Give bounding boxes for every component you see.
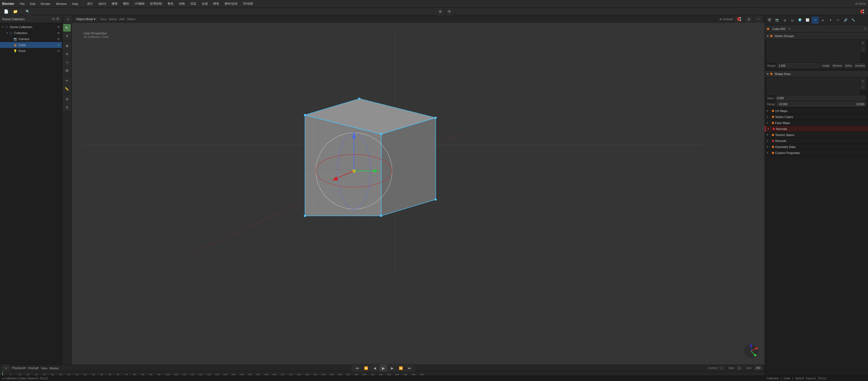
vg-select-btn[interactable]: Select bbox=[844, 63, 853, 68]
snap-toggle[interactable]: 🧲 bbox=[735, 15, 743, 23]
tool-move[interactable]: ✥ bbox=[63, 42, 71, 50]
prev-frame-btn[interactable]: ◀ bbox=[371, 364, 378, 372]
tab-scene[interactable]: 🎬 bbox=[766, 17, 773, 24]
options-button[interactable]: ⋯ bbox=[755, 15, 762, 23]
tab-world[interactable]: 🌍 bbox=[796, 17, 803, 24]
sk-value[interactable]: 0.000 bbox=[776, 96, 866, 100]
sk-remove-btn[interactable]: - bbox=[860, 84, 866, 90]
snap-icon[interactable]: 🧲 bbox=[858, 8, 866, 15]
menu-rendering[interactable]: 渲染 bbox=[188, 1, 198, 6]
menu-model[interactable]: 建模 bbox=[110, 1, 120, 6]
menu-grease[interactable]: 蜡笔 bbox=[211, 1, 221, 6]
vg-remove-weight-btn[interactable]: Remove bbox=[832, 63, 843, 68]
menu-scripting[interactable]: 脚本/运动 bbox=[222, 1, 240, 6]
tab-modifier[interactable]: 🔧 bbox=[850, 17, 857, 24]
eye-collection[interactable]: 👁 bbox=[56, 31, 61, 35]
add-button[interactable]: ➕ bbox=[446, 8, 453, 15]
vg-deselect-btn[interactable]: Deselect bbox=[854, 63, 866, 68]
filter-icon[interactable]: ⊞ bbox=[52, 17, 55, 21]
tab-view-layer[interactable]: 🗂 bbox=[789, 17, 796, 24]
menu-design[interactable]: 设计 bbox=[85, 1, 95, 6]
tab-constraints[interactable]: 🔗 bbox=[842, 17, 849, 24]
keying-label[interactable]: Keying▾ bbox=[28, 366, 39, 370]
menu-2d[interactable]: 2D动画 bbox=[241, 1, 255, 6]
frame-end[interactable]: 250 bbox=[754, 366, 762, 370]
view-label[interactable]: View bbox=[41, 367, 48, 370]
add-icon[interactable]: ➕ bbox=[56, 17, 60, 21]
prev-keyframe-btn[interactable]: ⏪ bbox=[362, 364, 370, 372]
tool-add[interactable]: ⊞ bbox=[63, 95, 71, 103]
sk-add-btn[interactable]: + bbox=[860, 78, 866, 84]
tool-scale[interactable]: ⤡ bbox=[63, 59, 71, 66]
menu-animation[interactable]: 动画 bbox=[177, 1, 187, 6]
view-menu[interactable]: View bbox=[100, 18, 106, 21]
tab-material[interactable]: ● bbox=[819, 17, 826, 24]
proportional-edit[interactable]: ◎ bbox=[745, 15, 752, 23]
vg-remove-btn[interactable]: - bbox=[860, 46, 866, 52]
jump-end-btn[interactable]: ⏭ bbox=[406, 364, 413, 372]
tool-measure[interactable]: 📏 bbox=[63, 85, 71, 93]
viewport-3d-content[interactable]: User Perspective (0) Collection | Cube bbox=[72, 23, 765, 365]
menu-texture[interactable]: 纹理绘制 bbox=[148, 1, 164, 6]
section-face-maps[interactable]: ▸ Face Maps bbox=[765, 120, 868, 126]
object-menu[interactable]: Object bbox=[127, 18, 135, 21]
next-frame-btn[interactable]: ▶ bbox=[388, 364, 396, 372]
tool-rotate[interactable]: ↺ bbox=[63, 51, 71, 58]
viewport-menu-icon[interactable]: ≡ bbox=[64, 15, 72, 23]
tab-mesh-data[interactable]: ▽ bbox=[812, 17, 819, 24]
playback-label[interactable]: Playback▾ bbox=[12, 366, 26, 370]
timeline-menu-icon[interactable]: ≡ bbox=[2, 364, 10, 372]
vg-assign-btn[interactable]: Assign bbox=[821, 63, 830, 68]
section-remesh[interactable]: ▸ Remesh bbox=[765, 138, 868, 144]
menu-render[interactable]: Render bbox=[38, 2, 53, 6]
section-normals[interactable]: ▸ Normals bbox=[765, 126, 868, 132]
tool-annotate[interactable]: ✏ bbox=[63, 77, 71, 85]
object-mode-selector[interactable]: Object Mode ▾ bbox=[74, 17, 98, 22]
tree-item-scene-collection[interactable]: ▾ ⬡ Scene Collection 👁 bbox=[0, 24, 62, 30]
tab-output[interactable]: 🖨 bbox=[781, 17, 788, 24]
eye-camera[interactable]: 👁 bbox=[56, 37, 61, 41]
menu-file[interactable]: File bbox=[18, 2, 27, 6]
tab-render[interactable]: 📷 bbox=[774, 17, 781, 24]
tree-item-cube[interactable]: ▣ Cube 👁 bbox=[0, 42, 62, 48]
viewport[interactable]: ≡ Object Mode ▾ View Select Add Object ⊕… bbox=[62, 15, 765, 365]
tab-object[interactable]: ⬜ bbox=[804, 17, 811, 24]
menu-edit[interactable]: Edit bbox=[28, 2, 37, 6]
eye-cube[interactable]: 👁 bbox=[56, 43, 61, 47]
shape-keys-header[interactable]: ▾ Shape Keys bbox=[765, 70, 868, 77]
eye-scene-collection[interactable]: 👁 bbox=[56, 25, 61, 29]
next-keyframe-btn[interactable]: ⏩ bbox=[397, 364, 405, 372]
vertex-groups-header[interactable]: ▾ Vertex Groups bbox=[765, 33, 868, 39]
tool-add2[interactable]: ⊟ bbox=[63, 103, 71, 111]
tree-item-point[interactable]: 💡 Point 👁 bbox=[0, 48, 62, 54]
obj-data-dropdown[interactable]: ▾ bbox=[789, 27, 790, 30]
open-file-button[interactable]: 📁 bbox=[11, 8, 19, 15]
sk-max[interactable]: 10.000 bbox=[856, 103, 864, 106]
section-vertex-colors[interactable]: ▸ Vertex Colors bbox=[765, 114, 868, 120]
filter-button[interactable]: ⊞ bbox=[436, 8, 444, 15]
section-uv-maps[interactable]: ▸ UV Maps bbox=[765, 108, 868, 114]
tool-transform[interactable]: ⊞ bbox=[63, 67, 71, 75]
tool-cursor[interactable]: ✛ bbox=[63, 32, 71, 40]
section-custom-properties[interactable]: ▸ Custom Properties bbox=[765, 150, 868, 156]
menu-sculpt[interactable]: 雕刻 bbox=[121, 1, 131, 6]
menu-shading[interactable]: 着色 bbox=[165, 1, 176, 6]
sk-min[interactable]: -10.000 bbox=[778, 103, 787, 106]
marker-label[interactable]: Marker bbox=[50, 367, 59, 370]
jump-start-btn[interactable]: ⏮ bbox=[353, 364, 361, 372]
tree-item-collection[interactable]: ▾ ⬡ Collection 👁 bbox=[0, 30, 62, 36]
current-frame-value[interactable]: 1 bbox=[718, 366, 724, 370]
menu-uv[interactable]: UV编辑 bbox=[132, 1, 147, 6]
section-geometry-data[interactable]: ▸ Geometry Data bbox=[765, 144, 868, 150]
menu-window[interactable]: Window bbox=[54, 2, 69, 6]
vg-weight-value[interactable]: 1.000 bbox=[777, 63, 820, 68]
section-texture-space[interactable]: ▸ Texture Space bbox=[765, 132, 868, 138]
frame-start[interactable]: 1 bbox=[737, 366, 742, 370]
menu-compositing[interactable]: 合成 bbox=[199, 1, 210, 6]
tab-physics[interactable]: 〜 bbox=[835, 17, 842, 24]
tree-item-camera[interactable]: 📷 Camera 👁 bbox=[0, 36, 62, 42]
tool-select[interactable]: ↖ bbox=[63, 24, 71, 32]
vg-add-btn[interactable]: + bbox=[860, 40, 866, 46]
play-btn[interactable]: ▶ bbox=[379, 364, 387, 372]
menu-help[interactable]: Help bbox=[70, 2, 81, 6]
